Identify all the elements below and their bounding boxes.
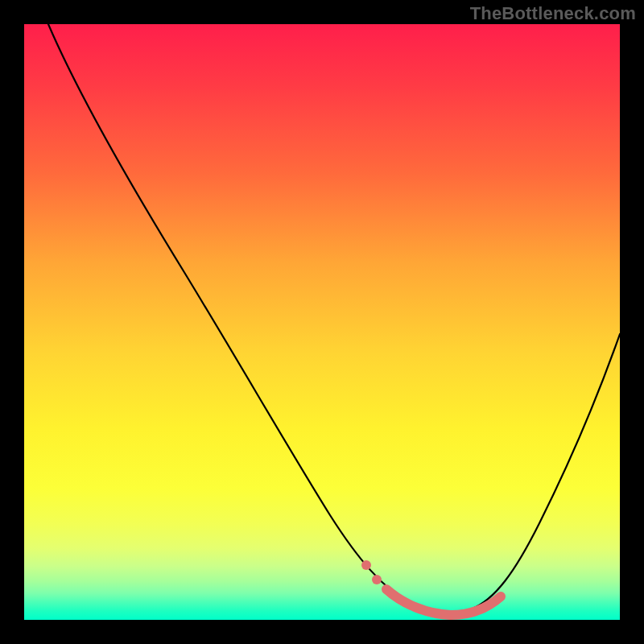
chart-frame: TheBottleneck.com (0, 0, 644, 644)
marker-dot-icon (361, 560, 371, 570)
plot-area (24, 24, 620, 620)
bottleneck-curve-line (48, 24, 620, 613)
curve-svg (24, 24, 620, 620)
watermark-text: TheBottleneck.com (470, 3, 636, 24)
marker-dot-icon (372, 575, 382, 584)
